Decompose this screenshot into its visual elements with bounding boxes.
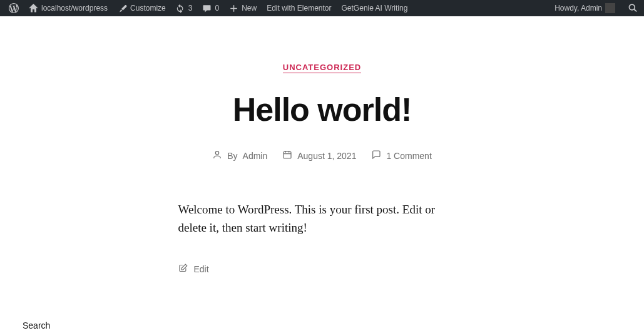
site-name-menu[interactable]: localhost/wordpress [24,0,113,16]
wordpress-logo-icon [9,3,19,13]
date-meta: August 1, 2021 [282,150,356,161]
search-icon [628,3,638,13]
update-icon [176,4,185,13]
updates-link[interactable]: 3 [171,0,198,16]
comments-meta: 1 Comment [371,150,431,161]
edit-icon [178,264,188,275]
my-account-link[interactable]: Howdy, Admin [549,0,620,16]
edit-elementor-link[interactable]: Edit with Elementor [262,0,336,16]
person-icon [212,150,222,161]
post-content: Welcome to WordPress. This is your first… [178,200,466,237]
admin-bar-right: Howdy, Admin [549,0,640,16]
comments-link[interactable]: 1 Comment [386,151,431,161]
new-label: New [242,4,257,13]
site-name-label: localhost/wordpress [41,4,108,13]
new-content-link[interactable]: New [224,0,262,16]
brush-icon [118,4,127,13]
edit-label: Edit [194,264,209,274]
updates-count: 3 [188,4,193,13]
post-meta: By Admin August 1, 2021 1 Comment [122,150,523,161]
comment-icon [202,4,212,13]
author-meta: By Admin [212,150,267,161]
comments-count: 0 [215,4,219,13]
getgenie-label: GetGenie AI Writing [342,4,408,13]
howdy-label: Howdy, Admin [555,4,602,13]
post-header: UNCATEGORIZED Hello world! By Admin Augu… [122,16,523,161]
home-icon [29,4,38,13]
admin-bar-left: localhost/wordpress Customize 3 0 New [4,0,412,16]
getgenie-link[interactable]: GetGenie AI Writing [337,0,413,16]
comments-link[interactable]: 0 [197,0,224,16]
by-prefix: By [227,151,237,161]
search-toggle[interactable] [625,0,640,16]
post-title: Hello world! [122,91,523,128]
edit-post-link[interactable]: Edit [178,264,466,275]
wp-logo-menu[interactable] [4,0,24,16]
svg-point-0 [216,151,219,155]
calendar-icon [282,150,292,161]
date-text: August 1, 2021 [297,151,356,161]
category-link[interactable]: UNCATEGORIZED [283,63,361,73]
customize-label: Customize [130,4,166,13]
post-body: Welcome to WordPress. This is your first… [178,200,466,275]
chat-icon [371,150,381,161]
author-link[interactable]: Admin [243,151,268,161]
svg-rect-1 [284,151,291,158]
wp-admin-bar: localhost/wordpress Customize 3 0 New [0,0,644,16]
edit-elementor-label: Edit with Elementor [267,4,331,13]
plus-icon [229,4,238,13]
avatar-icon [605,3,615,13]
customize-link[interactable]: Customize [113,0,171,16]
